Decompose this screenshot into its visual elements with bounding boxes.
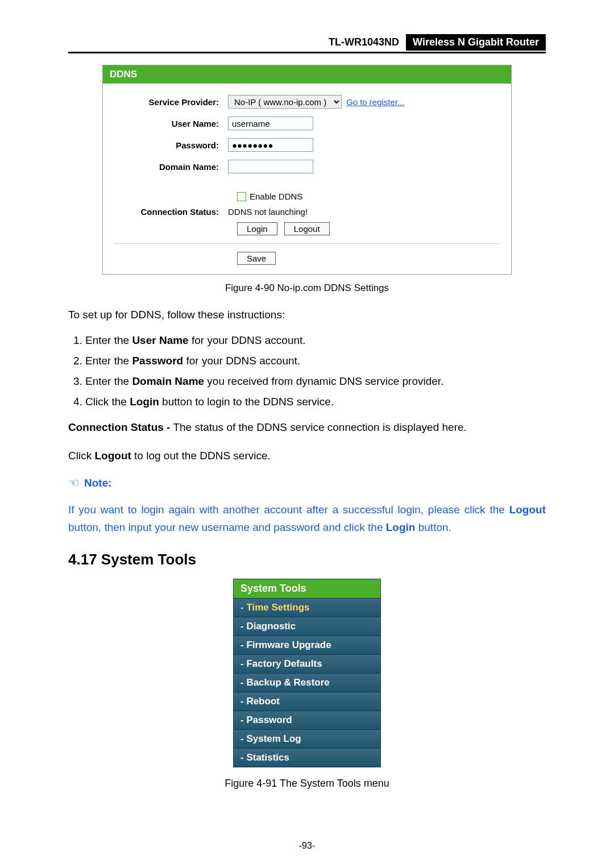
menu-item-password[interactable]: - Password <box>234 711 380 729</box>
divider <box>114 243 500 244</box>
menu-item-firmware-upgrade[interactable]: - Firmware Upgrade <box>234 636 380 654</box>
menu-item-system-log[interactable]: - System Log <box>234 729 380 748</box>
provider-select[interactable]: No-IP ( www.no-ip.com ) <box>228 95 342 109</box>
page-number: -93- <box>0 841 614 851</box>
username-input[interactable] <box>228 117 313 130</box>
label-connection-status: Connection Status: <box>114 207 228 217</box>
figure-caption-ddns: Figure 4-90 No-ip.com DDNS Settings <box>68 283 546 294</box>
menu-item-diagnostic[interactable]: - Diagnostic <box>234 617 380 636</box>
connection-status-description: Connection Status - The status of the DD… <box>68 419 546 436</box>
menu-item-factory-defaults[interactable]: - Factory Defaults <box>234 654 380 673</box>
save-button[interactable]: Save <box>237 252 276 265</box>
label-password: Password: <box>114 140 228 150</box>
page-header: TL-WR1043ND Wireless N Gigabit Router <box>68 34 546 53</box>
step-4: Click the Login button to login to the D… <box>85 396 546 408</box>
login-button[interactable]: Login <box>237 222 277 235</box>
figure-caption-menu: Figure 4-91 The System Tools menu <box>68 778 546 790</box>
register-link[interactable]: Go to register... <box>346 97 405 107</box>
header-model: TL-WR1043ND <box>322 34 406 51</box>
step-2: Enter the Password for your DDNS account… <box>85 355 546 367</box>
steps-list: Enter the User Name for your DDNS accoun… <box>68 334 546 408</box>
logout-button[interactable]: Logout <box>284 222 330 235</box>
logout-instruction: Click Logout to log out the DDNS service… <box>68 447 546 464</box>
system-tools-menu: System Tools - Time Settings - Diagnosti… <box>233 579 381 767</box>
label-domain: Domain Name: <box>114 162 228 172</box>
step-1: Enter the User Name for your DDNS accoun… <box>85 334 546 347</box>
step-3: Enter the Domain Name you received from … <box>85 375 546 388</box>
enable-ddns-checkbox[interactable] <box>237 192 246 201</box>
ddns-panel: DDNS Service Provider: No-IP ( www.no-ip… <box>102 65 512 275</box>
menu-item-backup-restore[interactable]: - Backup & Restore <box>234 673 380 692</box>
note-heading-row: ☞ Note: <box>68 476 546 491</box>
header-product: Wireless N Gigabit Router <box>406 34 546 51</box>
enable-ddns-label: Enable DDNS <box>250 192 302 201</box>
label-service-provider: Service Provider: <box>114 97 228 107</box>
domain-input[interactable] <box>228 160 313 173</box>
section-heading: 4.17 System Tools <box>68 551 546 568</box>
connection-status-value: DDNS not launching! <box>228 207 308 217</box>
menu-item-time-settings[interactable]: - Time Settings <box>234 598 380 617</box>
note-label: Note: <box>84 477 112 489</box>
intro-text: To set up for DDNS, follow these instruc… <box>68 306 546 323</box>
pointing-hand-icon: ☞ <box>68 476 80 491</box>
password-input[interactable] <box>228 138 313 152</box>
menu-item-statistics[interactable]: - Statistics <box>234 748 380 767</box>
panel-title: DDNS <box>103 65 511 84</box>
note-text: If you want to login again with another … <box>68 501 546 536</box>
menu-item-reboot[interactable]: - Reboot <box>234 692 380 711</box>
menu-head: System Tools <box>234 579 380 598</box>
label-username: User Name: <box>114 119 228 128</box>
